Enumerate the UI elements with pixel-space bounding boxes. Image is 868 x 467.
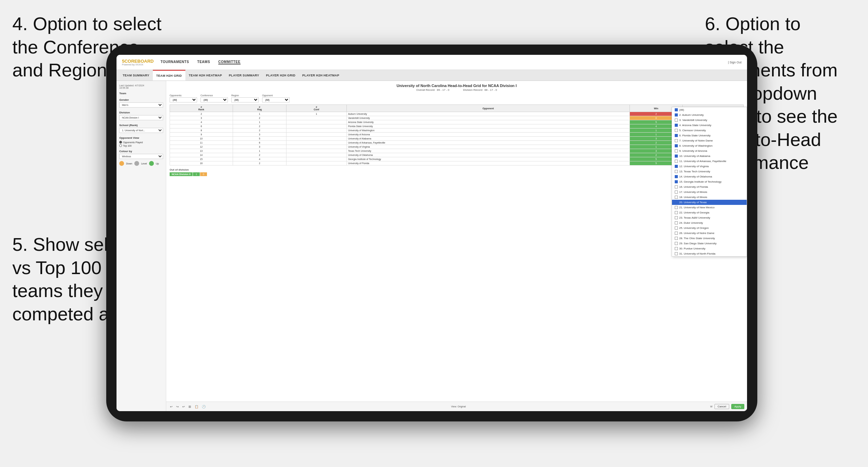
dropdown-item[interactable]: 26. University of Notre Dame [672,231,747,236]
dropdown-item[interactable]: 12. University of Virginia [672,164,747,169]
dropdown-item[interactable]: 16. University of Florida [672,184,747,189]
toolbar-redo[interactable]: ↪ [175,405,180,409]
dropdown-item[interactable]: 20. University of Texas [672,200,747,205]
dropdown-item-label: 23. Texas A&M University [679,216,710,219]
dropdown-item-label: 2. Auburn University [679,113,704,116]
td-opponent: Florida State University [346,124,630,128]
dropdown-checkbox [675,232,678,235]
region-filter-select[interactable]: (All) [231,97,259,102]
dropdown-checkbox [675,252,678,255]
opponents-filter-select[interactable]: (All) [170,97,197,102]
toolbar-copy[interactable]: ⊞ [187,405,192,409]
school-select[interactable]: 1. University of Nort... [119,128,163,133]
td-conf [286,157,347,161]
dropdown-item[interactable]: 13. Texas Tech University [672,169,747,174]
bottom-toolbar: ↩ ↪ ↩ ⊞ 📋 🕐 View: Original W Cancel Appl… [166,402,747,411]
opponent-dropdown-overlay[interactable]: (All)2. Auburn University3. Vanderbilt U… [672,107,747,257]
dropdown-item[interactable]: 28. The Ohio State University [672,236,747,241]
filter-row: Opponents: (All) Conference (All) Region [170,94,744,102]
dropdown-item[interactable]: 14. University of Oklahoma [672,174,747,179]
dropdown-item[interactable]: 11. University of Arkansas, Fayetteville [672,159,747,164]
dropdown-item[interactable]: 15. Georgia Institute of Technology [672,179,747,184]
sec-nav-team-summary[interactable]: TEAM SUMMARY [119,70,153,81]
dropdown-item[interactable]: 5. Clemson University [672,128,747,133]
colour-legend: Down Level Up [119,161,163,166]
td-rank: 8 [170,128,233,133]
dropdown-item[interactable]: 2. Auburn University [672,112,747,118]
sidebar-team-label: Team [119,92,163,95]
nav-teams[interactable]: TEAMS [197,60,210,64]
td-rank: 16 [170,161,233,165]
dropdown-item[interactable]: 7. University of Notre Dame [672,138,747,143]
td-conf [286,137,347,141]
dropdown-item[interactable]: 29. San Diego State University [672,241,747,246]
sec-nav-player-h2h-grid[interactable]: PLAYER H2H GRID [262,70,299,81]
dropdown-item[interactable]: 10. University of Alabama [672,153,747,159]
dropdown-item[interactable]: 4. Arizona State University [672,123,747,128]
nav-sign-out[interactable]: | Sign Out [728,61,742,64]
cancel-button[interactable]: Cancel [714,404,729,409]
conference-filter-select[interactable]: (All) [200,97,228,102]
dropdown-item[interactable]: 8. University of Washington [672,143,747,148]
sec-nav-player-summary[interactable]: PLAYER SUMMARY [225,70,263,81]
annotation-tl-line3: and Region [12,60,107,80]
td-rag: 2 [233,128,286,133]
dropdown-item[interactable]: 18. University of Illinois [672,195,747,200]
dropdown-item-label: 8. University of Washington [679,144,712,147]
dropdown-checkbox [675,185,678,188]
dropdown-item[interactable]: 17. University of Illinois [672,189,747,195]
legend-text-up: Up [156,162,159,165]
sec-nav-player-h2h-heatmap[interactable]: PLAYER H2H HEATMAP [299,70,343,81]
toolbar-left: ↩ ↪ ↩ ⊞ 📋 🕐 [169,405,207,409]
dropdown-item[interactable]: 3. Vanderbilt University [672,118,747,123]
div2-win: 1 [193,172,200,176]
sec-nav-team-h2h-heatmap[interactable]: TEAM H2H HEATMAP [185,70,225,81]
radio-top100[interactable]: Top 100 [119,144,163,147]
division-select[interactable]: NCAA Division I [119,115,163,120]
gender-select[interactable]: Men's [119,102,163,108]
toolbar-paste[interactable]: 📋 [194,405,199,409]
td-conf [286,133,347,137]
sec-nav-team-h2h-grid[interactable]: TEAM H2H GRID [153,70,185,81]
out-of-division-section: Out of division NCAA Division II 1 0 [170,168,744,176]
table-row: 8 2 University of Washington 1 0 [170,128,744,133]
dropdown-item[interactable]: 24. Duke University [672,220,747,225]
dropdown-item[interactable]: 9. University of Arizona [672,148,747,153]
radio-dot-top100 [119,144,122,147]
dropdown-item[interactable]: 6. Florida State University [672,133,747,138]
grid-area: University of North Carolina Head-to-Hea… [166,81,747,411]
td-rank: 2 [170,112,233,116]
dropdown-item[interactable]: (All) [672,107,747,112]
dropdown-item[interactable]: 22. University of Georgia [672,210,747,215]
radio-opponents-played[interactable]: Opponents Played [119,141,163,144]
dropdown-item[interactable]: 21. University of New Mexico [672,205,747,210]
sidebar: Last Updated: 4/7/2024 16:55:38 Team Gen… [117,81,166,411]
table-row: 15 4 Georgia Institute of Technology 5 1 [170,157,744,161]
table-row: 4 1 Arizona State University 5 1 [170,120,744,124]
td-opponent: University of Arizona [346,133,630,137]
dropdown-item[interactable]: 30. Purdue University [672,246,747,251]
toolbar-clock[interactable]: 🕐 [201,405,207,409]
colour-by-select[interactable]: Win/loss [119,154,163,159]
toolbar-undo[interactable]: ↩ [169,405,174,409]
dropdown-checkbox [675,124,678,127]
dropdown-item-label: 29. San Diego State University [679,242,717,245]
dropdown-item[interactable]: 31. University of North Florida [672,251,747,256]
td-rank: 9 [170,133,233,137]
th-rag: #Rag [233,105,286,112]
td-rank: 15 [170,157,233,161]
toolbar-back[interactable]: ↩ [181,405,186,409]
dropdown-item-label: 3. Vanderbilt University [679,119,707,122]
opponent-filter-select[interactable]: (All) [262,97,290,102]
div2-row: NCAA Division II 1 0 [170,172,744,176]
apply-button[interactable]: Apply [731,404,744,409]
nav-committee[interactable]: COMMITTEE [218,60,241,64]
dropdown-item[interactable]: 25. University of Oregon [672,225,747,231]
dropdown-checkbox [675,226,678,230]
radio-label-opponents: Opponents Played [123,141,143,144]
dropdown-checkbox [675,113,678,116]
dropdown-item[interactable]: 23. Texas A&M University [672,215,747,220]
td-opponent: Vanderbilt University [346,116,630,120]
nav-tournaments[interactable]: TOURNAMENTS [160,60,189,64]
opponent-filter-group: Opponent (All) [262,94,290,102]
